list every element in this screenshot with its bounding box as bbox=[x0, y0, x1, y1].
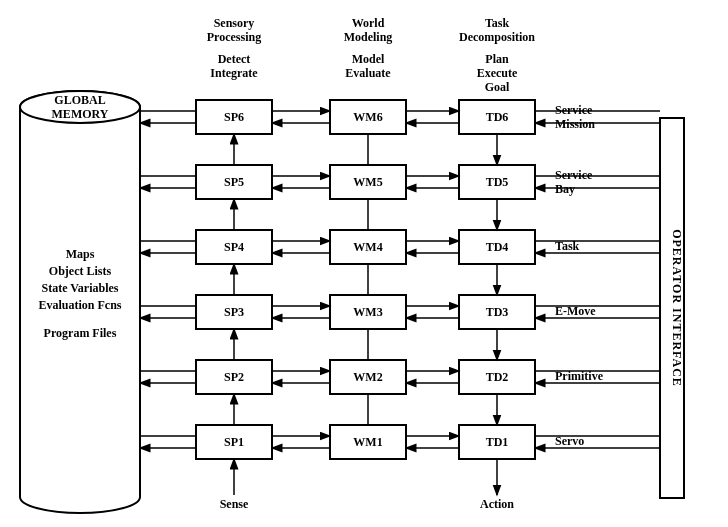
box-wm1: WM1 bbox=[330, 425, 406, 459]
footer-action: Action bbox=[480, 497, 514, 511]
svg-text:Modeling: Modeling bbox=[344, 30, 393, 44]
svg-text:Service: Service bbox=[555, 168, 593, 182]
svg-text:Evaluation Fcns: Evaluation Fcns bbox=[38, 298, 121, 312]
svg-text:Integrate: Integrate bbox=[210, 66, 258, 80]
svg-text:WM5: WM5 bbox=[353, 175, 382, 189]
svg-text:MEMORY: MEMORY bbox=[52, 107, 109, 121]
svg-text:TD5: TD5 bbox=[486, 175, 509, 189]
box-sp6: SP6 bbox=[196, 100, 272, 134]
svg-text:Program Files: Program Files bbox=[44, 326, 117, 340]
column-header-sp: Sensory Processing Detect Integrate bbox=[207, 16, 261, 80]
svg-text:TD3: TD3 bbox=[486, 305, 509, 319]
box-wm2: WM2 bbox=[330, 360, 406, 394]
box-sp1: SP1 bbox=[196, 425, 272, 459]
svg-text:SP1: SP1 bbox=[224, 435, 244, 449]
box-td5: TD5 bbox=[459, 165, 535, 199]
svg-text:SP3: SP3 bbox=[224, 305, 244, 319]
svg-text:Maps: Maps bbox=[66, 247, 95, 261]
svg-text:Service: Service bbox=[555, 103, 593, 117]
row-label-1: ServiceBay bbox=[555, 168, 593, 196]
box-sp4: SP4 bbox=[196, 230, 272, 264]
svg-text:Decomposition: Decomposition bbox=[459, 30, 535, 44]
svg-text:SP6: SP6 bbox=[224, 110, 244, 124]
column-header-td: Task Decomposition Plan Execute Goal bbox=[459, 16, 535, 94]
svg-text:TD4: TD4 bbox=[486, 240, 509, 254]
svg-text:WM2: WM2 bbox=[353, 370, 382, 384]
box-td4: TD4 bbox=[459, 230, 535, 264]
svg-text:SP5: SP5 bbox=[224, 175, 244, 189]
box-td2: TD2 bbox=[459, 360, 535, 394]
box-sp2: SP2 bbox=[196, 360, 272, 394]
svg-text:WM3: WM3 bbox=[353, 305, 382, 319]
svg-text:Plan: Plan bbox=[485, 52, 509, 66]
box-wm6: WM6 bbox=[330, 100, 406, 134]
svg-text:Sensory: Sensory bbox=[214, 16, 255, 30]
box-wm3: WM3 bbox=[330, 295, 406, 329]
svg-text:SP4: SP4 bbox=[224, 240, 244, 254]
svg-text:Evaluate: Evaluate bbox=[345, 66, 391, 80]
box-wm4: WM4 bbox=[330, 230, 406, 264]
global-memory: GLOBAL MEMORY Maps Object Lists State Va… bbox=[20, 91, 140, 513]
svg-text:SP2: SP2 bbox=[224, 370, 244, 384]
svg-text:Task: Task bbox=[485, 16, 510, 30]
svg-text:WM4: WM4 bbox=[353, 240, 382, 254]
svg-text:GLOBAL: GLOBAL bbox=[54, 93, 105, 107]
box-sp5: SP5 bbox=[196, 165, 272, 199]
svg-text:WM1: WM1 bbox=[353, 435, 382, 449]
box-td1: TD1 bbox=[459, 425, 535, 459]
svg-text:TD6: TD6 bbox=[486, 110, 509, 124]
footer-sense: Sense bbox=[220, 497, 249, 511]
svg-text:TD1: TD1 bbox=[486, 435, 509, 449]
box-wm5: WM5 bbox=[330, 165, 406, 199]
svg-text:OPERATOR INTERFACE: OPERATOR INTERFACE bbox=[670, 229, 684, 387]
svg-text:Processing: Processing bbox=[207, 30, 261, 44]
svg-text:World: World bbox=[352, 16, 385, 30]
operator-interface: OPERATOR INTERFACE bbox=[660, 118, 684, 498]
box-td3: TD3 bbox=[459, 295, 535, 329]
svg-text:Execute: Execute bbox=[477, 66, 518, 80]
column-header-wm: World Modeling Model Evaluate bbox=[344, 16, 393, 80]
box-sp3: SP3 bbox=[196, 295, 272, 329]
svg-text:TD2: TD2 bbox=[486, 370, 509, 384]
svg-text:Model: Model bbox=[352, 52, 385, 66]
row-label-0: ServiceMission bbox=[555, 103, 595, 131]
svg-text:Object Lists: Object Lists bbox=[49, 264, 112, 278]
svg-text:Goal: Goal bbox=[485, 80, 510, 94]
box-td6: TD6 bbox=[459, 100, 535, 134]
svg-text:Detect: Detect bbox=[218, 52, 251, 66]
svg-text:WM6: WM6 bbox=[353, 110, 382, 124]
svg-text:State Variables: State Variables bbox=[41, 281, 118, 295]
